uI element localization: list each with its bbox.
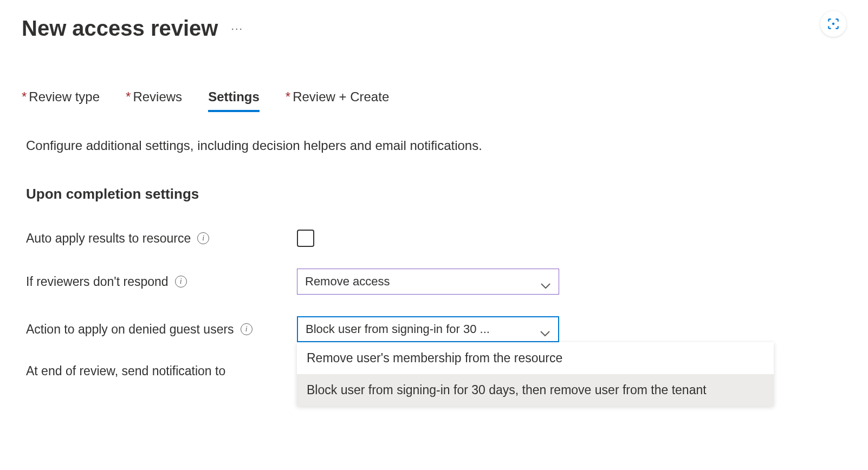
tab-label: Settings (208, 89, 260, 105)
select-value: Remove access (305, 275, 390, 289)
wizard-tabs: * Review type * Reviews Settings * Revie… (22, 89, 846, 112)
label-denied-guest-action: Action to apply on denied guest users i (26, 322, 297, 337)
info-icon[interactable]: i (241, 323, 252, 335)
select-no-respond[interactable]: Remove access (297, 269, 559, 295)
label-end-notification: At end of review, send notification to (26, 364, 297, 378)
svg-point-0 (832, 23, 834, 25)
more-menu-icon[interactable]: ··· (231, 22, 243, 35)
checkbox-auto-apply[interactable] (297, 230, 314, 247)
info-icon[interactable]: i (197, 232, 209, 244)
label-no-respond: If reviewers don't respond i (26, 275, 297, 289)
required-asterisk: * (286, 89, 290, 105)
select-denied-guest-action[interactable]: Block user from signing-in for 30 ... (297, 316, 559, 342)
tab-reviews[interactable]: * Reviews (126, 89, 182, 112)
chevron-down-icon (540, 326, 550, 332)
tab-settings[interactable]: Settings (208, 89, 260, 112)
capture-icon[interactable] (820, 11, 846, 37)
required-asterisk: * (22, 89, 27, 105)
tab-review-type[interactable]: * Review type (22, 89, 100, 112)
tab-label: Review type (29, 89, 100, 105)
dropdown-option[interactable]: Block user from signing-in for 30 days, … (297, 374, 774, 406)
dropdown-denied-guest-action: Remove user's membership from the resour… (297, 342, 774, 406)
label-auto-apply: Auto apply results to resource i (26, 231, 297, 246)
tab-review-create[interactable]: * Review + Create (286, 89, 389, 112)
tab-label: Reviews (133, 89, 182, 105)
tab-label: Review + Create (293, 89, 389, 105)
info-icon[interactable]: i (175, 276, 187, 288)
select-value: Block user from signing-in for 30 ... (306, 322, 490, 336)
settings-description: Configure additional settings, including… (26, 138, 846, 153)
section-title-completion: Upon completion settings (26, 186, 846, 203)
page-title: New access review (22, 16, 218, 41)
chevron-down-icon (540, 278, 551, 285)
required-asterisk: * (126, 89, 131, 105)
dropdown-option[interactable]: Remove user's membership from the resour… (297, 342, 774, 374)
